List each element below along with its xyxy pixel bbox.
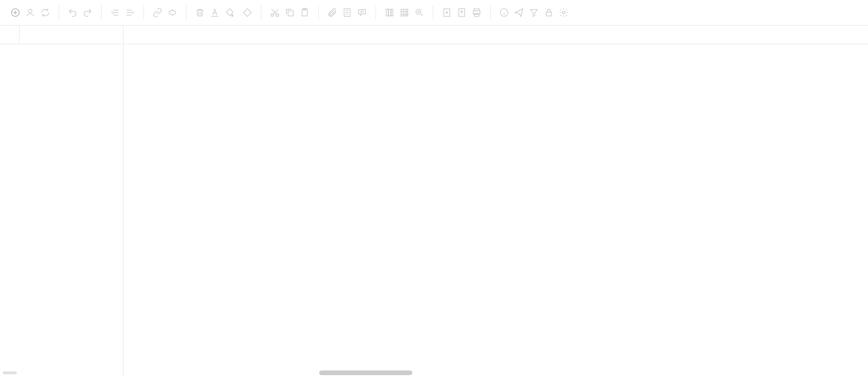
export-icon[interactable] bbox=[456, 7, 468, 19]
info-icon[interactable] bbox=[498, 7, 510, 19]
link-icon[interactable] bbox=[151, 7, 164, 19]
outdent-icon[interactable] bbox=[109, 7, 121, 19]
svg-rect-9 bbox=[386, 9, 389, 16]
paste-icon[interactable] bbox=[299, 7, 311, 19]
task-name-column-header[interactable] bbox=[20, 26, 123, 44]
left-scrollbar[interactable] bbox=[3, 371, 17, 374]
svg-point-1 bbox=[28, 9, 32, 13]
sync-icon[interactable] bbox=[39, 7, 51, 19]
horizontal-scrollbar[interactable] bbox=[319, 370, 412, 375]
all-column-header[interactable] bbox=[0, 26, 20, 44]
send-icon[interactable] bbox=[513, 7, 525, 19]
gear-icon[interactable] bbox=[558, 7, 570, 19]
filter-icon[interactable] bbox=[528, 7, 540, 19]
indent-icon[interactable] bbox=[124, 7, 136, 19]
timeline-header bbox=[123, 26, 868, 44]
trash-icon[interactable] bbox=[194, 7, 206, 19]
shape-icon[interactable] bbox=[241, 7, 253, 19]
comment-icon[interactable] bbox=[356, 7, 368, 19]
gantt-panel bbox=[123, 26, 868, 377]
cut-icon[interactable] bbox=[269, 7, 281, 19]
svg-point-2 bbox=[169, 10, 176, 14]
fill-icon[interactable] bbox=[224, 7, 236, 19]
lock-icon[interactable] bbox=[543, 7, 555, 19]
toolbar bbox=[0, 0, 868, 26]
attach-icon[interactable] bbox=[326, 7, 338, 19]
svg-rect-12 bbox=[401, 9, 408, 16]
svg-point-21 bbox=[562, 11, 565, 14]
copy-icon[interactable] bbox=[284, 7, 296, 19]
note-icon[interactable] bbox=[341, 7, 353, 19]
add-icon[interactable] bbox=[9, 7, 21, 19]
svg-rect-18 bbox=[474, 13, 478, 16]
task-list-panel bbox=[0, 26, 123, 377]
user-icon[interactable] bbox=[24, 7, 36, 19]
text-color-icon[interactable] bbox=[209, 7, 221, 19]
svg-rect-10 bbox=[389, 9, 391, 16]
svg-rect-11 bbox=[391, 9, 393, 16]
columns-icon[interactable] bbox=[383, 7, 396, 19]
grid-icon[interactable] bbox=[398, 7, 410, 19]
svg-rect-5 bbox=[288, 11, 293, 16]
zoom-icon[interactable] bbox=[413, 7, 425, 19]
unlink-icon[interactable] bbox=[166, 7, 178, 19]
undo-icon[interactable] bbox=[67, 7, 79, 19]
print-icon[interactable] bbox=[471, 7, 483, 19]
import-icon[interactable] bbox=[441, 7, 453, 19]
svg-rect-20 bbox=[547, 12, 552, 16]
redo-icon[interactable] bbox=[82, 7, 94, 19]
